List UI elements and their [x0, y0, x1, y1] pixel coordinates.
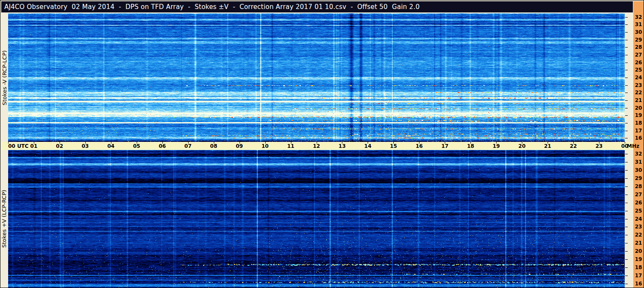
time-tick-label: 21 [544, 143, 551, 149]
time-tick-label: 06 [159, 143, 166, 149]
freq-tick [625, 251, 628, 252]
time-tick-label: 09 [236, 143, 243, 149]
freq-tick [625, 123, 628, 123]
freq-tick-label-bottom: 17 [633, 273, 644, 279]
freq-tick [625, 63, 628, 63]
freq-tick [625, 243, 628, 243]
freq-tick-label-top: 31 [633, 21, 644, 27]
freq-tick [625, 100, 628, 101]
freq-tick-label-bottom: 25 [633, 208, 644, 214]
freq-tick-label-bottom: 24 [633, 216, 644, 222]
title-bar: AJ4CO Observatory 02 May 2014 - DPS on T… [1, 1, 633, 12]
time-tick-label: 02 [56, 143, 63, 149]
freq-tick-label-top: 32 [633, 14, 644, 20]
freq-tick [625, 138, 628, 138]
freq-tick [625, 259, 628, 260]
frequency-unit-label: MHz [627, 143, 644, 149]
freq-tick-label-top: 20 [633, 105, 644, 111]
freq-tick [625, 267, 628, 268]
panel-label-stokes-plus-v: Stokes +V (LCP-RCP) [1, 150, 8, 288]
freq-tick [625, 154, 628, 154]
panel-label-text: Stokes +V (LCP-RCP) [1, 190, 8, 248]
freq-tick [625, 227, 628, 227]
time-tick-label: 17 [441, 143, 449, 149]
freq-tick [625, 276, 628, 276]
time-tick-label: 13 [338, 143, 346, 149]
freq-tick-label-bottom: 22 [633, 232, 644, 238]
time-axis: 00 UTC0102030405060708091011121314151617… [1, 142, 633, 150]
freq-tick-label-top: 17 [633, 128, 644, 134]
time-tick-label: 23 [596, 143, 603, 149]
freq-tick [625, 47, 628, 48]
freq-tick-label-top: 30 [633, 29, 644, 35]
freq-tick-label-top: 25 [633, 67, 644, 73]
freq-tick [625, 70, 628, 70]
freq-tick [625, 195, 628, 195]
freq-tick-label-bottom: 27 [633, 192, 644, 198]
freq-tick-label-bottom: 19 [633, 256, 644, 262]
freq-tick-label-top: 27 [633, 52, 644, 58]
time-tick-label: 12 [313, 143, 320, 149]
freq-tick-label-top: 24 [633, 75, 644, 81]
time-tick-label: 07 [184, 143, 192, 149]
time-tick-label: 05 [133, 143, 140, 149]
freq-tick [625, 219, 628, 219]
panel-label-stokes-minus-v: Stokes -V (RCP-LCP) [1, 13, 8, 142]
freq-tick-label-top: 22 [633, 90, 644, 96]
freq-tick-label-bottom: 29 [633, 175, 644, 181]
freq-tick [625, 108, 628, 108]
time-tick-label: 08 [210, 143, 217, 149]
freq-tick-label-top: 29 [633, 37, 644, 43]
freq-tick [625, 85, 628, 86]
freq-tick [625, 115, 628, 116]
panel-label-text: Stokes -V (RCP-LCP) [1, 50, 8, 105]
freq-tick [625, 32, 628, 33]
freq-tick [625, 131, 628, 131]
freq-tick [625, 93, 628, 93]
freq-tick [625, 40, 628, 40]
freq-tick [625, 211, 628, 211]
freq-tick-label-top: 26 [633, 60, 644, 66]
spectrogram-canvas-stokes-minus-v [8, 13, 625, 142]
time-tick-label: 04 [107, 143, 114, 149]
freq-tick-label-bottom: 30 [633, 167, 644, 173]
time-tick-label: 22 [570, 143, 577, 149]
time-tick-label: 03 [82, 143, 89, 149]
freq-tick-label-bottom: 23 [633, 224, 644, 230]
time-tick-label: 16 [416, 143, 423, 149]
freq-tick-label-bottom: 16 [633, 281, 644, 287]
freq-tick-label-bottom: 28 [633, 183, 644, 189]
freq-tick-label-bottom: 18 [633, 264, 644, 270]
freq-tick-label-top: 16 [633, 135, 644, 141]
time-tick-label: 19 [493, 143, 500, 149]
freq-tick [625, 284, 628, 284]
freq-tick [625, 162, 628, 162]
spectrogram-canvas-stokes-plus-v [8, 150, 625, 288]
time-tick-label: 10 [261, 143, 269, 149]
freq-tick [625, 235, 628, 235]
time-tick-label: 01 [30, 143, 38, 149]
freq-tick-label-top: 19 [633, 112, 644, 118]
freq-tick-label-top: 28 [633, 44, 644, 50]
freq-tick-label-top: 21 [633, 97, 644, 103]
freq-tick-label-bottom: 32 [633, 151, 644, 157]
freq-tick [625, 178, 628, 179]
freq-tick [625, 55, 628, 55]
spectrogram-viewer: AJ4CO Observatory 02 May 2014 - DPS on T… [0, 0, 644, 288]
freq-tick-label-top: 23 [633, 82, 644, 88]
freq-tick [625, 186, 628, 187]
time-tick-label: 20 [518, 143, 526, 149]
time-tick-label: 15 [390, 143, 397, 149]
freq-tick [625, 17, 628, 18]
freq-tick-label-bottom: 20 [633, 248, 644, 254]
time-tick-label: 00 UTC [8, 143, 29, 149]
freq-tick [625, 203, 628, 203]
freq-tick-label-bottom: 31 [633, 159, 644, 165]
freq-tick-label-bottom: 26 [633, 200, 644, 206]
time-tick-label: 18 [467, 143, 474, 149]
title-text: AJ4CO Observatory 02 May 2014 - DPS on T… [1, 3, 419, 11]
time-tick-label: 14 [364, 143, 371, 149]
freq-tick-label-bottom: 21 [633, 240, 644, 246]
freq-tick [625, 24, 628, 25]
time-tick-label: 11 [287, 143, 294, 149]
